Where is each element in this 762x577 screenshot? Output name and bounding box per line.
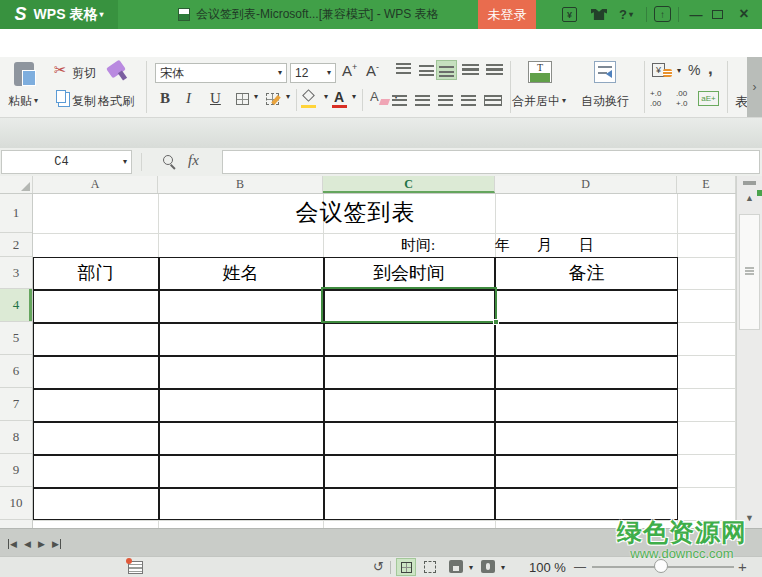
reading-mode-dropdown[interactable] [499,561,505,575]
minimize-button[interactable]: — [684,2,708,26]
split-handle[interactable] [743,181,756,185]
cell-year[interactable]: 年 [495,236,510,255]
copy-button[interactable]: 复制 [72,93,96,110]
decrease-indent-icon[interactable] [462,64,479,75]
font-color-dropdown[interactable] [350,90,356,104]
align-middle-icon[interactable] [419,65,434,76]
close-button[interactable]: × [732,2,756,26]
currency-dropdown[interactable] [675,64,681,78]
cell-header-dept[interactable]: 部门 [33,257,158,289]
cell-time-label[interactable]: 时间: [401,236,435,255]
row-header-1[interactable]: 1 [0,194,32,233]
first-sheet-icon[interactable]: ◀ [8,539,17,549]
fill-handle[interactable] [493,319,499,325]
increase-indent-icon[interactable] [486,64,503,75]
underline-button[interactable]: U [210,90,221,107]
align-top-icon[interactable] [396,63,411,74]
normal-view-button[interactable] [396,558,416,576]
format-painter-button[interactable]: 格式刷 [98,93,134,110]
page-break-view-icon[interactable] [424,561,436,573]
row-header-7[interactable]: 7 [0,388,32,421]
draw-border-dropdown[interactable] [284,90,290,104]
wrap-text-button[interactable]: 自动换行 [581,93,629,110]
history-icon[interactable]: ↺ [373,559,384,574]
increase-decimal-button[interactable]: +.0.00 [650,89,661,108]
row-header-5[interactable]: 5 [0,322,32,355]
shrink-font-button[interactable]: A- [366,62,379,79]
fill-color-dropdown[interactable] [322,90,328,104]
row-header-10[interactable]: 10 [0,487,32,520]
page-layout-view-icon[interactable] [449,560,463,573]
row-header-9[interactable]: 9 [0,454,32,487]
row-header-3[interactable]: 3 [0,257,32,289]
notice-icon[interactable]: ¥ [562,7,577,22]
upload-icon[interactable]: ↑ [654,6,671,22]
borders-dropdown[interactable] [252,90,258,104]
help-icon[interactable]: ? [619,7,633,22]
skin-icon[interactable] [591,9,607,20]
scroll-down-icon[interactable]: ▼ [737,510,762,526]
column-header-b[interactable]: B [158,176,323,193]
column-header-d[interactable]: D [495,176,677,193]
align-center-icon[interactable] [415,95,430,106]
comma-button[interactable]: , [708,59,713,79]
percent-button[interactable]: % [688,62,700,78]
column-header-e[interactable]: E [677,176,736,193]
column-header-c[interactable]: C [323,176,495,193]
number-style-icon[interactable]: aE+ [698,91,719,106]
zoom-out-button[interactable]: — [574,560,586,574]
name-box[interactable]: C4 [1,150,132,174]
cell-title[interactable]: 会议签到表 [33,194,678,233]
ribbon-expand-strip[interactable]: › [747,57,762,117]
maximize-button[interactable] [712,10,723,19]
last-sheet-icon[interactable]: ▶ [52,539,61,549]
zoom-slider-handle[interactable] [654,559,668,573]
zoom-level-label[interactable]: 100 % [529,560,566,575]
scroll-thumb[interactable] [739,214,760,330]
column-header-a[interactable]: A [33,176,158,193]
wps-logo[interactable]: S WPS 表格 [0,0,118,29]
record-macro-icon[interactable] [128,561,143,574]
row-header-6[interactable]: 6 [0,355,32,388]
grow-font-button[interactable]: A+ [342,62,357,79]
cell-header-name[interactable]: 姓名 [158,257,323,289]
row-header-2[interactable]: 2 [0,233,32,257]
formula-input[interactable] [222,150,760,174]
select-all-corner[interactable] [0,176,33,193]
clear-format-icon[interactable]: A [370,89,379,104]
font-color-icon[interactable]: A [334,89,344,105]
insert-function-button[interactable]: fx [188,152,199,169]
login-button[interactable]: 未登录 [478,0,536,29]
cell-header-arrival[interactable]: 到会时间 [323,257,495,289]
paste-button[interactable]: 粘贴 [8,93,38,110]
merge-center-icon[interactable]: T [528,61,552,83]
next-sheet-icon[interactable]: ▶ [38,539,45,549]
borders-icon[interactable] [236,93,249,105]
align-right-icon[interactable] [438,95,453,106]
row-header-4[interactable]: 4 [0,289,32,322]
justify-icon[interactable] [461,95,476,106]
align-bottom-active[interactable] [436,60,457,80]
align-left-icon[interactable] [392,95,407,106]
zoom-in-button[interactable]: + [738,558,747,575]
search-icon[interactable] [163,155,173,165]
cell-month[interactable]: 月 [537,236,552,255]
selected-cell-c4[interactable] [321,287,497,323]
italic-button[interactable]: I [186,90,191,107]
font-size-select[interactable]: 12 [290,63,336,83]
cut-button[interactable]: 剪切 [72,65,96,82]
decrease-decimal-button[interactable]: .00+.0 [676,89,687,108]
view-dropdown[interactable] [467,561,473,575]
cell-header-remark[interactable]: 备注 [495,257,678,289]
prev-sheet-icon[interactable]: ◀ [24,539,31,549]
spreadsheet-grid[interactable]: 会议签到表 时间: 年 月 日 部门 姓名 到会时间 备注 [33,194,736,528]
distribute-icon[interactable] [484,95,502,106]
wrap-text-icon[interactable] [594,61,616,83]
fill-color-icon[interactable] [302,89,315,102]
reading-mode-icon[interactable] [481,560,495,573]
bold-button[interactable]: B [160,90,170,107]
row-header-8[interactable]: 8 [0,421,32,454]
merge-center-button[interactable]: 合并居中 [512,93,566,110]
font-name-select[interactable]: 宋体 [155,63,287,83]
cell-day[interactable]: 日 [579,236,594,255]
